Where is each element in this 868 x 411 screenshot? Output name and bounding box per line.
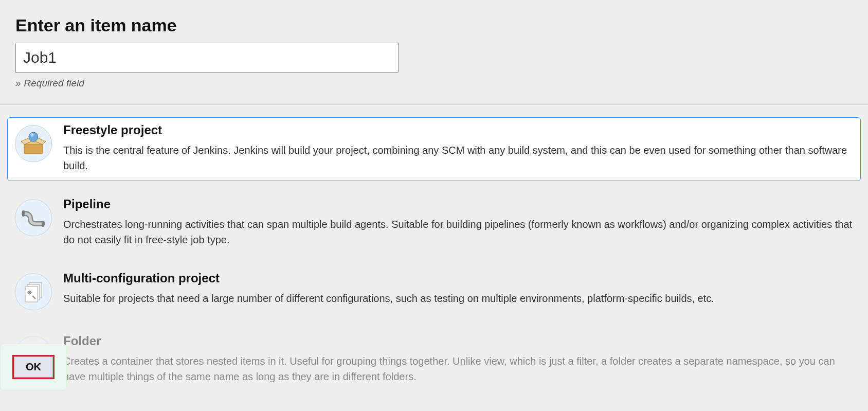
item-label: Folder	[63, 334, 853, 348]
raquo-icon: »	[15, 78, 21, 88]
item-body: Multi-configuration project Suitable for…	[63, 271, 853, 306]
svg-rect-6	[22, 210, 25, 217]
item-label: Freestyle project	[63, 123, 853, 137]
ok-button[interactable]: OK	[14, 356, 53, 378]
multiconfig-icon	[15, 273, 52, 310]
submit-panel: OK	[0, 344, 67, 390]
item-desc: This is the central feature of Jenkins. …	[63, 142, 853, 173]
item-type-multiconfig[interactable]: Multi-configuration project Suitable for…	[7, 265, 861, 318]
item-name-input[interactable]	[15, 43, 399, 73]
item-type-freestyle[interactable]: Freestyle project This is the central fe…	[7, 117, 861, 181]
item-label: Pipeline	[63, 197, 853, 211]
item-type-pipeline[interactable]: Pipeline Orchestrates long-running activ…	[7, 191, 861, 255]
freestyle-icon	[15, 125, 52, 162]
item-body: Freestyle project This is the central fe…	[63, 123, 853, 173]
svg-rect-0	[24, 145, 43, 154]
item-type-folder[interactable]: Folder Creates a container that stores n…	[7, 328, 861, 392]
required-field-note: »Required field	[15, 78, 853, 89]
page-title: Enter an item name	[15, 15, 853, 35]
item-body: Folder Creates a container that stores n…	[63, 334, 853, 384]
svg-rect-10	[25, 287, 38, 302]
item-type-list: Freestyle project This is the central fe…	[0, 105, 868, 411]
item-body: Pipeline Orchestrates long-running activ…	[63, 197, 853, 247]
svg-point-4	[29, 132, 38, 141]
svg-rect-7	[42, 221, 44, 227]
item-desc: Orchestrates long-running activities tha…	[63, 217, 853, 247]
item-desc: Creates a container that stores nested i…	[63, 353, 853, 384]
item-desc: Suitable for projects that need a large …	[63, 291, 853, 306]
item-label: Multi-configuration project	[63, 271, 853, 285]
header-section: Enter an item name »Required field	[0, 0, 868, 105]
pipeline-icon	[15, 199, 52, 236]
svg-point-5	[30, 133, 33, 137]
